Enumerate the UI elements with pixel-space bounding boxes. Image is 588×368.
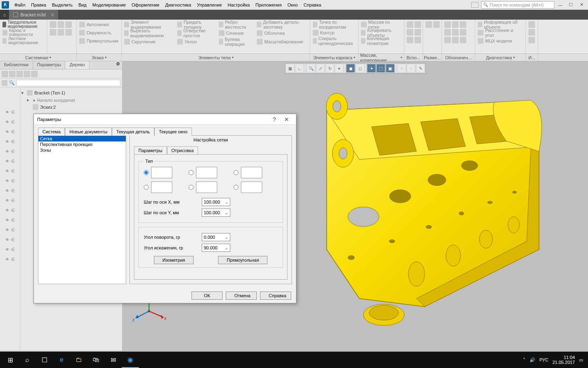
view-mode2-icon[interactable]: ⬚ <box>376 64 385 73</box>
add-blank[interactable]: Добавить деталь-заготовку <box>256 20 308 29</box>
menu-select[interactable]: Выделить <box>49 1 76 9</box>
group-annot[interactable]: Обозначен... <box>442 54 475 61</box>
view-mode1-icon[interactable]: ✦ <box>367 64 376 73</box>
sketch-autoline[interactable]: Автолиния <box>78 20 120 29</box>
command-search[interactable]: 🔍 Поиск по командам (Alt+/) <box>481 1 555 9</box>
panel-tab-libs[interactable]: Библиотеки <box>0 61 33 69</box>
step-x-input[interactable]: 100.000 <box>202 198 230 206</box>
rib[interactable]: Ребро жесткости <box>218 20 254 29</box>
grid-type-3[interactable] <box>189 170 194 175</box>
thicken[interactable]: Придать толщину <box>176 20 216 29</box>
menu-view[interactable]: Вид <box>76 1 89 9</box>
group-aux[interactable]: Вспо... <box>404 54 423 61</box>
grid-type-5[interactable] <box>234 170 238 175</box>
annot-ops[interactable] <box>443 20 474 44</box>
tree-tool-2[interactable] <box>9 71 16 77</box>
view-mode3-icon[interactable]: ▣ <box>386 64 395 73</box>
filter-icon[interactable] <box>2 80 7 86</box>
geom-collection[interactable]: Коллекция геометрии <box>360 37 402 45</box>
menu-edit[interactable]: Правка <box>28 1 49 9</box>
menu-modeling[interactable]: Моделирование <box>89 1 129 9</box>
spiral[interactable]: Спираль цилиндрическая <box>312 37 356 45</box>
tray-volume-icon[interactable]: 🔊 <box>530 357 535 363</box>
group-dim[interactable]: Разме... <box>423 54 442 61</box>
help-button[interactable]: Справка <box>260 292 291 300</box>
tray-lang[interactable]: РУС <box>539 357 548 362</box>
group-misc[interactable]: И... <box>526 54 538 61</box>
grid-type-4[interactable] <box>189 185 194 190</box>
search-taskbar-icon[interactable]: ⌕ <box>19 352 36 368</box>
mode-solid[interactable]: Твердотельное моделирование <box>2 20 45 29</box>
tree-root[interactable]: ▾Bracket (Тел-1) <box>21 89 121 96</box>
view-orient-icon[interactable]: ▾ <box>335 64 344 73</box>
contour[interactable]: Контур <box>312 29 356 37</box>
mode-sheet[interactable]: Листовое моделирование <box>2 37 45 45</box>
info-obj[interactable]: Информация об объекте <box>477 20 524 29</box>
menu-file[interactable]: Файл <box>11 1 28 9</box>
group-frame[interactable]: Элементы каркаса <box>310 54 359 61</box>
kompas-taskbar-icon[interactable]: ◉ <box>122 352 139 368</box>
draft[interactable]: Уклон <box>176 38 216 46</box>
document-tab[interactable]: Bracket.m3d ✕ <box>9 10 59 20</box>
close-tab-icon[interactable]: ✕ <box>51 12 54 18</box>
grid-type-6[interactable] <box>234 185 238 190</box>
menu-apps[interactable]: Приложения <box>253 1 285 9</box>
tab-home[interactable]: ⌂ <box>0 10 9 20</box>
maximize-button[interactable]: ☐ <box>566 1 576 9</box>
isometry-button[interactable]: Изометрия <box>154 256 194 264</box>
file-ops[interactable] <box>49 20 80 36</box>
tray-chevron-icon[interactable]: ˄ <box>523 357 526 363</box>
tree-origin[interactable]: ▸●Начало координат <box>21 96 121 103</box>
tray-clock[interactable]: 11:04 21.05.2017 <box>552 355 575 365</box>
rectangular-button[interactable]: Прямоугольная <box>218 256 267 264</box>
menu-window[interactable]: Окно <box>285 1 301 9</box>
view-extra1-icon[interactable]: ▫ <box>397 64 406 73</box>
cut-extrude[interactable]: Вырезать выдавливанием <box>123 29 174 37</box>
tree-sketch[interactable]: Эскиз:2 <box>21 103 121 111</box>
dialog-help-icon[interactable]: ? <box>268 116 281 123</box>
tree-tool-1[interactable] <box>2 71 8 77</box>
ok-button[interactable]: ОК <box>192 292 223 300</box>
dlg-tab-newdocs[interactable]: Новые документы <box>65 128 112 136</box>
view-zoom-icon[interactable]: 🔍 <box>307 64 316 73</box>
start-button[interactable]: ⊞ <box>2 352 19 368</box>
group-system[interactable]: Системная <box>0 54 77 61</box>
sketch-rect[interactable]: Прямоугольник <box>78 37 120 45</box>
panel-settings-icon[interactable]: ⚙ <box>114 61 122 69</box>
menu-help[interactable]: Справка <box>301 1 324 9</box>
list-item-zones[interactable]: Зоны <box>38 147 126 153</box>
scale[interactable]: Масштабирование <box>256 38 308 46</box>
explorer-icon[interactable]: 🗀 <box>70 352 87 368</box>
view-rotate-icon[interactable]: ↻ <box>325 64 334 73</box>
dlg-tab-system[interactable]: Система <box>38 128 65 136</box>
view-extra2-icon[interactable]: ▫ <box>407 64 416 73</box>
tray-notifications-icon[interactable]: ▭ <box>579 357 583 363</box>
sketch-circle[interactable]: Окружность <box>78 29 120 37</box>
subtab-params[interactable]: Параметры <box>134 146 167 154</box>
dim-ops[interactable] <box>425 20 441 29</box>
menu-manage[interactable]: Управление <box>194 1 225 9</box>
step-y-input[interactable]: 100.000 <box>202 209 230 217</box>
panel-tab-tree[interactable]: Дерево <box>65 61 89 69</box>
list-item-grid[interactable]: Сетка <box>38 136 126 141</box>
group-diag[interactable]: Диагностика <box>475 54 526 61</box>
view-axis-icon[interactable]: ∟ <box>295 64 304 73</box>
taskview-icon[interactable]: ☐ <box>36 352 53 368</box>
group-array[interactable]: Массив, копирование <box>359 54 404 61</box>
fillet[interactable]: Скругление <box>123 38 174 46</box>
edge-icon[interactable]: e <box>53 352 70 368</box>
tree-tool-3[interactable] <box>16 71 23 77</box>
mass-props[interactable]: МЦХ модели <box>477 37 524 45</box>
tree-tool-4[interactable] <box>24 71 30 77</box>
close-button[interactable]: ✕ <box>577 1 586 9</box>
grid-type-1[interactable] <box>144 170 149 175</box>
shell[interactable]: Оболочка <box>256 29 308 37</box>
view-extra3-icon[interactable]: ✎ <box>416 64 425 73</box>
view-shaded-icon[interactable]: ◼ <box>346 64 355 73</box>
array-grid[interactable]: Массив по сетке <box>360 20 402 29</box>
dialog-close-icon[interactable]: ✕ <box>281 116 293 123</box>
cancel-button[interactable]: Отмена <box>226 292 257 300</box>
panel-tab-params[interactable]: Параметры <box>33 61 66 69</box>
mode-surface[interactable]: Каркас и поверхности <box>2 29 45 37</box>
dlg-category-list[interactable]: Сетка Перспективная проекция Зоны <box>38 135 126 284</box>
